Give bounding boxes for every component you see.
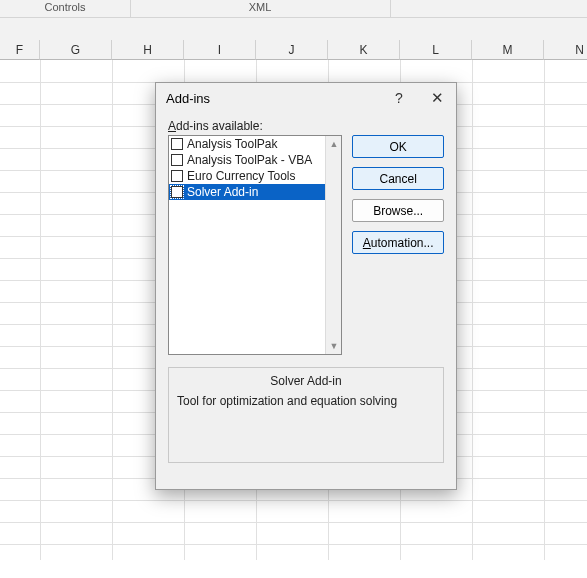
cancel-button[interactable]: Cancel bbox=[352, 167, 444, 190]
col-header[interactable]: H bbox=[112, 40, 184, 60]
dialog-title: Add-ins bbox=[166, 91, 210, 106]
ribbon-group-xml: XML bbox=[130, 1, 390, 13]
addin-item[interactable]: Solver Add-in bbox=[169, 184, 325, 200]
addin-item[interactable]: Analysis ToolPak bbox=[169, 136, 325, 152]
listbox-scrollbar[interactable]: ▲ ▼ bbox=[325, 136, 341, 354]
dialog-titlebar[interactable]: Add-ins ? ✕ bbox=[156, 83, 456, 115]
addin-description-text: Tool for optimization and equation solvi… bbox=[177, 394, 435, 408]
checkbox-icon[interactable] bbox=[171, 170, 183, 182]
col-header[interactable]: G bbox=[40, 40, 112, 60]
addins-available-label: Add-ins available: bbox=[168, 119, 444, 133]
checkbox-icon[interactable] bbox=[171, 186, 183, 198]
addin-description-pane: Solver Add-in Tool for optimization and … bbox=[168, 367, 444, 463]
browse-button[interactable]: Browse... bbox=[352, 199, 444, 222]
addin-item-label: Solver Add-in bbox=[187, 184, 258, 200]
checkbox-icon[interactable] bbox=[171, 138, 183, 150]
addin-item-label: Analysis ToolPak - VBA bbox=[187, 152, 312, 168]
close-button[interactable]: ✕ bbox=[418, 83, 456, 113]
addins-listbox[interactable]: Analysis ToolPak Analysis ToolPak - VBA … bbox=[168, 135, 342, 355]
checkbox-icon[interactable] bbox=[171, 154, 183, 166]
col-header[interactable]: J bbox=[256, 40, 328, 60]
addin-item[interactable]: Euro Currency Tools bbox=[169, 168, 325, 184]
addin-item-label: Analysis ToolPak bbox=[187, 136, 278, 152]
ribbon-group-controls: Controls bbox=[0, 1, 130, 13]
col-header[interactable]: K bbox=[328, 40, 400, 60]
col-header[interactable]: L bbox=[400, 40, 472, 60]
col-header[interactable]: M bbox=[472, 40, 544, 60]
col-header[interactable]: N bbox=[544, 40, 587, 60]
col-header[interactable]: I bbox=[184, 40, 256, 60]
scroll-down-icon[interactable]: ▼ bbox=[326, 338, 341, 354]
addin-item-label: Euro Currency Tools bbox=[187, 168, 296, 184]
addin-description-name: Solver Add-in bbox=[177, 374, 435, 388]
addin-item[interactable]: Analysis ToolPak - VBA bbox=[169, 152, 325, 168]
addins-dialog: Add-ins ? ✕ Add-ins available: Analysis … bbox=[155, 82, 457, 490]
col-header[interactable]: F bbox=[0, 40, 40, 60]
ribbon: Controls XML bbox=[0, 0, 587, 18]
ok-button[interactable]: OK bbox=[352, 135, 444, 158]
automation-button[interactable]: Automation... bbox=[352, 231, 444, 254]
scroll-up-icon[interactable]: ▲ bbox=[326, 136, 341, 152]
help-button[interactable]: ? bbox=[380, 83, 418, 113]
